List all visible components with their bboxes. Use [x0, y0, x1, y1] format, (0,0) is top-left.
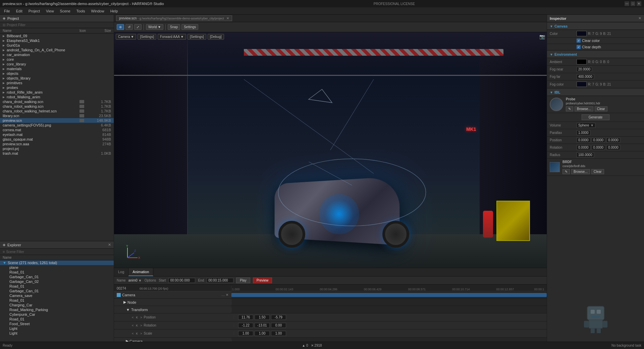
viewport-settings-button[interactable]: [Settings]	[138, 34, 156, 40]
pos-right-btn[interactable]: >	[140, 316, 143, 319]
camera-dropdown-button[interactable]: Camera ▼	[116, 34, 136, 40]
maximize-button[interactable]: □	[631, 1, 635, 6]
menu-project[interactable]: Project	[26, 8, 43, 14]
anim-start-input[interactable]	[168, 278, 195, 283]
rot-right-btn[interactable]: >	[140, 324, 143, 327]
list-item[interactable]: cornea.mat681B	[0, 128, 114, 132]
list-item[interactable]: ▶Billboard_09	[0, 34, 114, 38]
track-options-icon[interactable]: … ✕	[221, 293, 228, 297]
tree-item[interactable]: Garbage_Can_01	[0, 289, 114, 293]
list-item[interactable]: eyelash.mat814B	[0, 132, 114, 137]
rot-k-btn[interactable]: K	[135, 324, 139, 327]
list-item[interactable]: ▶objects	[0, 71, 114, 76]
ibl-pos-z[interactable]: 0.0000	[606, 138, 620, 143]
tree-item[interactable]: Garbage_Can_02	[0, 279, 114, 284]
tree-item[interactable]: Garbage_Can_01	[0, 275, 114, 279]
probe-browse-button[interactable]: Browse...	[575, 106, 593, 111]
rot-x-input[interactable]	[238, 323, 253, 328]
tree-item[interactable]: Road_01	[0, 298, 114, 303]
parallax-value[interactable]: 1.0000	[577, 130, 590, 135]
fog-near-value[interactable]: 20.0000	[577, 67, 592, 72]
preview-button[interactable]: Preview	[253, 278, 272, 283]
list-item[interactable]: trash.mat1.0KB	[0, 151, 114, 156]
list-item[interactable]: chara_robot_walking_helmet.scn1.7KB	[0, 109, 114, 113]
pos-left-btn[interactable]: <	[131, 316, 134, 319]
list-item[interactable]: ▶objects_library	[0, 76, 114, 81]
ibl-rot-y[interactable]: 0.0000	[592, 145, 605, 150]
scale-k-btn[interactable]: K	[135, 332, 139, 335]
transform-button[interactable]: ⊕	[117, 24, 124, 30]
menu-edit[interactable]: Edit	[13, 8, 25, 14]
rotate-button[interactable]: ↺	[125, 24, 133, 30]
tree-item[interactable]: Road_01	[0, 317, 114, 321]
tree-item[interactable]: Road_01	[0, 284, 114, 289]
list-item[interactable]: preview.scn.aaa274B	[0, 142, 114, 146]
debug-button[interactable]: [Debug]	[208, 34, 224, 40]
scale-right-btn[interactable]: >	[140, 332, 143, 335]
pos-k-btn[interactable]: K	[135, 316, 139, 319]
anim-dropdown-icon[interactable]: ▼	[138, 279, 142, 283]
list-item[interactable]: ▶Etasphera53_Walk1	[0, 38, 114, 43]
pos-z-input[interactable]	[271, 315, 286, 320]
fog-far-value[interactable]: 400.0000	[577, 74, 594, 79]
environment-section-header[interactable]: ▼ Environment	[547, 51, 644, 58]
canvas-color-preview[interactable]	[577, 31, 587, 36]
tree-item[interactable]: plane	[0, 265, 114, 270]
ambient-color-preview[interactable]	[577, 59, 587, 64]
list-item[interactable]: ▶probes	[0, 85, 114, 90]
list-item[interactable]: ▶Gun01a	[0, 43, 114, 48]
clear-color-checkbox[interactable]: ✓	[577, 39, 581, 43]
ibl-pos-x[interactable]: 0.0000	[577, 138, 590, 143]
tree-item[interactable]: Camera_save	[0, 293, 114, 298]
menu-file[interactable]: File	[1, 8, 13, 14]
menu-tools[interactable]: Tools	[74, 8, 88, 14]
ibl-rot-z[interactable]: 0.0000	[606, 145, 620, 150]
scene-root-item[interactable]: ▼ Scene (271 nodes, 1261 total)	[0, 260, 114, 265]
list-item[interactable]: ▶robot_Rifle_Idle_anim	[0, 90, 114, 95]
list-item[interactable]: ▶materials	[0, 66, 114, 71]
list-item[interactable]: chara_robot_walking.scn1.7KB	[0, 104, 114, 109]
volume-dropdown[interactable]: Sphere ▼	[577, 123, 595, 128]
clear-depth-checkbox[interactable]: ✓	[577, 45, 581, 49]
tree-item[interactable]: Food_Street	[0, 321, 114, 326]
scale-z-input[interactable]	[271, 331, 286, 336]
ibl-section-header[interactable]: ▼ IBL	[547, 89, 644, 96]
scale-left-btn[interactable]: <	[131, 332, 134, 335]
list-item[interactable]: ▶android_Talking_On_A_Cell_Phone	[0, 48, 114, 52]
explorer-close-icon[interactable]: ✕	[108, 243, 111, 247]
inspector-close-icon[interactable]: ✕	[638, 16, 641, 20]
list-item[interactable]: project.prj	[0, 146, 114, 151]
scale-x-input[interactable]	[238, 331, 253, 336]
render-settings-button[interactable]: [Settings]	[187, 34, 206, 40]
pos-y-input[interactable]	[255, 315, 270, 320]
minimize-button[interactable]: —	[625, 1, 629, 6]
canvas-section-header[interactable]: ▼ Canvas	[547, 23, 644, 30]
ibl-pos-y[interactable]: 0.0000	[592, 138, 605, 143]
probe-clear-button[interactable]: Clear	[595, 106, 607, 111]
preview-tab-close-icon[interactable]: ✕	[226, 16, 229, 20]
probe-edit-icon[interactable]: ✎	[566, 106, 573, 111]
anim-end-input[interactable]	[207, 278, 233, 283]
list-item[interactable]: ▶robot_Walking_anim	[0, 95, 114, 99]
brdf-clear-button[interactable]: Clear	[591, 169, 604, 174]
generate-button[interactable]: Generate	[582, 114, 610, 120]
scale-button[interactable]: ⤢	[134, 24, 142, 30]
brdf-edit-icon[interactable]: ✎	[562, 169, 570, 174]
tree-item[interactable]: Road_Marking_Parking	[0, 307, 114, 312]
rot-y-input[interactable]	[255, 323, 270, 328]
settings-button[interactable]: Settings	[181, 24, 198, 30]
tree-item[interactable]: Cyberpunk_Car	[0, 312, 114, 317]
tree-item[interactable]: Light	[0, 331, 114, 336]
viewport[interactable]: MK1 Came	[114, 32, 547, 268]
forward-aaa-button[interactable]: Forward AAA ▼	[158, 34, 186, 40]
play-button[interactable]: Play	[236, 278, 250, 283]
log-tab[interactable]: Log	[114, 268, 128, 276]
scale-y-input[interactable]	[255, 331, 270, 336]
menu-scene[interactable]: Scene	[57, 8, 73, 14]
list-item[interactable]: chara_droid_walking.scn1.7KB	[0, 99, 114, 104]
rot-z-input[interactable]	[271, 323, 286, 328]
ibl-rot-x[interactable]: 0.0000	[577, 145, 590, 150]
tree-item-charging-car[interactable]: Charging_Car	[0, 303, 114, 307]
list-item[interactable]: ▶car_animation	[0, 52, 114, 57]
menu-window[interactable]: Window	[89, 8, 107, 14]
